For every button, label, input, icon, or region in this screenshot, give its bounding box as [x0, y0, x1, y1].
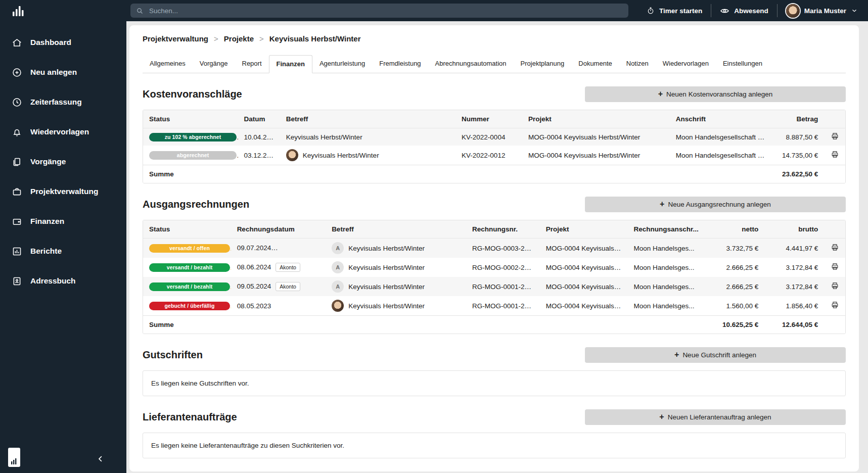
- sidebar-item-label: Vorgänge: [30, 157, 66, 166]
- invoice-row[interactable]: gebucht / überfällig 08.05.2023 Keyvisua…: [143, 296, 845, 316]
- tab-report[interactable]: Report: [235, 55, 269, 73]
- print-button[interactable]: [831, 150, 839, 160]
- estimate-row[interactable]: zu 102 % abgerechnet 10.04.20... Keyvisu…: [143, 128, 845, 146]
- eye-icon: [720, 6, 729, 16]
- cell-brutto: 1.856,40 €: [764, 296, 824, 316]
- cell-status: zu 102 % abgerechnet: [143, 128, 238, 146]
- cell-status: gebucht / überfällig: [143, 296, 231, 316]
- plus-circle-icon: [11, 67, 22, 78]
- column-brutto: brutto: [764, 220, 824, 239]
- tab-wiedervorlagen[interactable]: Wiedervorlagen: [656, 55, 716, 73]
- section-title: Gutschriften: [143, 349, 203, 361]
- timer-label: Timer starten: [659, 7, 702, 15]
- lieferantenauftraege-empty-state: Es liegen keine Lieferantenaufträge zu d…: [143, 433, 846, 458]
- cell-projekt: MOG-0004 Keyvisuals Herbst/Winter: [522, 128, 670, 146]
- content-area: Projektverwaltung > Projekte > Keyvisual…: [126, 21, 868, 473]
- print-button[interactable]: [831, 132, 839, 142]
- sidebar-item-vorgaenge[interactable]: Vorgänge: [0, 151, 126, 173]
- cell-actions: [824, 239, 845, 258]
- sum-label: Summe: [143, 165, 238, 183]
- app-logo[interactable]: [0, 0, 126, 22]
- column-rechnungsanschrift: Rechnungsanschr...: [627, 220, 712, 239]
- date-text: 09.07.2024: [237, 244, 278, 252]
- bar-chart-icon: [11, 246, 22, 257]
- section-gutschriften-header: Gutschriften + Neue Gutschrift anlegen: [143, 347, 846, 363]
- date-text: 08.05.2023: [237, 302, 271, 310]
- tab-finanzen[interactable]: Finanzen: [269, 55, 312, 73]
- sidebar-item-label: Wiedervorlagen: [30, 127, 89, 136]
- sidebar-item-adressbuch[interactable]: Adressbuch: [0, 270, 126, 292]
- section-title: Kostenvoranschläge: [143, 88, 242, 100]
- cell-rechnungsdatum: 08.06.2024Akonto: [231, 258, 326, 277]
- cell-rechnungsdatum: 09.07.2024Schlussrechnung: [231, 239, 326, 258]
- sum-row: Summe 23.622,50 €: [143, 165, 845, 183]
- tab-agenturleistung[interactable]: Agenturleistung: [312, 55, 372, 73]
- button-label: Neuen Lieferantenauftrag anlegen: [668, 413, 771, 421]
- cell-betrag: 14.735,00 €: [771, 146, 824, 165]
- cell-rechnungsanschrift: Moon Handelsges...: [627, 277, 712, 296]
- sidebar-item-berichte[interactable]: Berichte: [0, 240, 126, 262]
- new-gutschrift-button[interactable]: + Neue Gutschrift anlegen: [585, 347, 846, 363]
- avatar: [332, 300, 344, 312]
- breadcrumb: Projektverwaltung > Projekte > Keyvisual…: [143, 34, 846, 43]
- tab-projektplanung[interactable]: Projektplanung: [514, 55, 572, 73]
- project-tabs: Allgemeines Vorgänge Report Finanzen Age…: [143, 55, 846, 73]
- invoices-table: Status Rechnungsdatum Betreff Rechnungsn…: [143, 220, 846, 334]
- tab-notizen[interactable]: Notizen: [619, 55, 656, 73]
- cell-status: versandt / bezahlt: [143, 258, 231, 277]
- printer-icon: [831, 301, 839, 309]
- cell-actions: [824, 296, 845, 316]
- button-label: Neue Gutschrift anlegen: [682, 351, 756, 359]
- sidebar-item-label: Neu anlegen: [30, 68, 77, 77]
- tab-dokumente[interactable]: Dokumente: [571, 55, 619, 73]
- print-button[interactable]: [831, 281, 839, 292]
- section-title: Ausgangsrechnungen: [143, 199, 249, 210]
- breadcrumb-projektverwaltung[interactable]: Projektverwaltung: [143, 34, 208, 43]
- sidebar-item-dashboard[interactable]: Dashboard: [0, 31, 126, 54]
- global-search[interactable]: [130, 4, 628, 18]
- sidebar-item-wiedervorlagen[interactable]: Wiedervorlagen: [0, 121, 126, 143]
- tab-allgemeines[interactable]: Allgemeines: [143, 55, 193, 73]
- breadcrumb-current: Keyvisuals Herbst/Winter: [269, 34, 361, 43]
- invoice-row[interactable]: versandt / offen 09.07.2024Schlussrechnu…: [143, 239, 845, 258]
- cell-nummer: KV-2022-0004: [455, 128, 522, 146]
- betreff-text: Keyvisuals Herbst/Winter: [348, 245, 425, 252]
- user-menu-button[interactable]: Maria Muster: [786, 4, 858, 18]
- documents-icon: [11, 156, 22, 167]
- print-button[interactable]: [831, 301, 839, 311]
- invoice-row[interactable]: versandt / bezahlt 09.05.2024Akonto AKey…: [143, 277, 845, 296]
- tab-vorgaenge[interactable]: Vorgänge: [193, 55, 235, 73]
- cell-betreff: AKeyvisuals Herbst/Winter: [326, 277, 466, 296]
- presence-status-button[interactable]: Abwesend: [720, 6, 768, 16]
- new-kostenvoranschlag-button[interactable]: + Neuen Kostenvoranschlag anlegen: [585, 86, 846, 102]
- betreff-text: Keyvisuals Herbst/Winter: [348, 283, 425, 291]
- sidebar-item-neu-anlegen[interactable]: Neu anlegen: [0, 61, 126, 83]
- tab-fremdleistung[interactable]: Fremdleistung: [372, 55, 428, 73]
- collapse-sidebar-button[interactable]: [94, 452, 107, 467]
- topbar-divider: [711, 4, 711, 17]
- cell-actions: [824, 258, 845, 277]
- sidebar-item-projektverwaltung[interactable]: Projektverwaltung: [0, 180, 126, 203]
- column-actions: [824, 110, 845, 128]
- breadcrumb-projekte[interactable]: Projekte: [224, 34, 254, 43]
- search-input[interactable]: [148, 7, 623, 15]
- logo-bars-icon: [11, 5, 24, 18]
- footer-logo-bars-icon: [11, 458, 18, 465]
- new-lieferantenauftrag-button[interactable]: + Neuen Lieferantenauftrag anlegen: [585, 409, 846, 425]
- tab-einstellungen[interactable]: Einstellungen: [716, 55, 769, 73]
- tab-abrechnungsautomation[interactable]: Abrechnungsautomation: [428, 55, 514, 73]
- estimate-row[interactable]: abgerechnet 03.12.20... Keyvisuals Herbs…: [143, 146, 845, 165]
- column-betreff: Betreff: [280, 110, 455, 128]
- sum-netto: 10.625,25 €: [712, 316, 764, 334]
- topbar-divider: [777, 4, 778, 17]
- timer-start-button[interactable]: Timer starten: [647, 7, 702, 15]
- cell-datum: 03.12.20...: [238, 146, 280, 165]
- print-button[interactable]: [831, 262, 839, 272]
- print-button[interactable]: [831, 243, 839, 253]
- sidebar-item-zeiterfassung[interactable]: Zeiterfassung: [0, 91, 126, 113]
- invoice-row[interactable]: versandt / bezahlt 08.06.2024Akonto AKey…: [143, 258, 845, 277]
- sidebar-item-finanzen[interactable]: Finanzen: [0, 210, 126, 232]
- betreff-text: Keyvisuals Herbst/Winter: [348, 264, 425, 271]
- new-ausgangsrechnung-button[interactable]: + Neue Ausgangsrechnung anlegen: [585, 197, 846, 212]
- sidebar-item-label: Projektverwaltung: [30, 187, 98, 196]
